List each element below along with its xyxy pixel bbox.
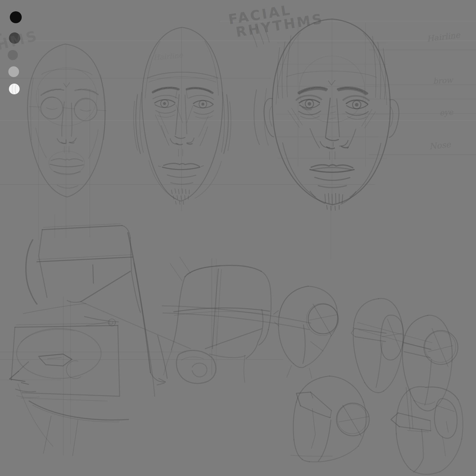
corner-title-block: FACIAL RHYTHMS xyxy=(0,14,40,68)
helmet-study-a xyxy=(274,286,339,378)
forehead-note: Hairline xyxy=(153,51,184,62)
face-study-2: Hairline xyxy=(134,26,269,204)
guide-lines xyxy=(0,21,476,455)
visor-band-guides xyxy=(162,306,311,330)
helmet-study-d xyxy=(291,376,369,462)
profile-head-box xyxy=(10,323,129,456)
cube-head xyxy=(164,257,271,382)
curl-form xyxy=(176,350,216,383)
label-nose: Nose xyxy=(429,139,452,151)
label-hairline: Hairline xyxy=(426,30,461,43)
label-eye: eye xyxy=(439,108,454,117)
margin-labels: Hairline brow eye Nose xyxy=(426,30,461,151)
helmet-study-c xyxy=(358,315,458,411)
helmet-study-b xyxy=(351,298,403,392)
sketch-layer[interactable]: FACIAL RHYTHMS FACIAL RHYTHMS Hairline b… xyxy=(0,0,476,476)
chin-stubble xyxy=(171,189,189,204)
helmet-study-e xyxy=(391,387,463,475)
paint-swatch-light-gray[interactable] xyxy=(8,66,19,77)
paint-palette xyxy=(8,11,22,94)
chin-shading xyxy=(325,193,343,210)
paint-swatch-black[interactable] xyxy=(10,11,22,23)
paint-swatch-mid-gray[interactable] xyxy=(8,50,18,60)
corner-title-line-2: RHYTHMS xyxy=(0,27,40,66)
paint-swatch-white[interactable] xyxy=(9,84,20,94)
drawing-canvas[interactable]: FACIAL RHYTHMS FACIAL RHYTHMS Hairline b… xyxy=(0,0,476,476)
title-block: FACIAL RHYTHMS xyxy=(227,0,325,41)
face-study-3 xyxy=(264,19,399,210)
block-head-bust xyxy=(23,224,190,396)
ear-fragment xyxy=(254,88,268,145)
label-brow: brow xyxy=(433,75,454,86)
